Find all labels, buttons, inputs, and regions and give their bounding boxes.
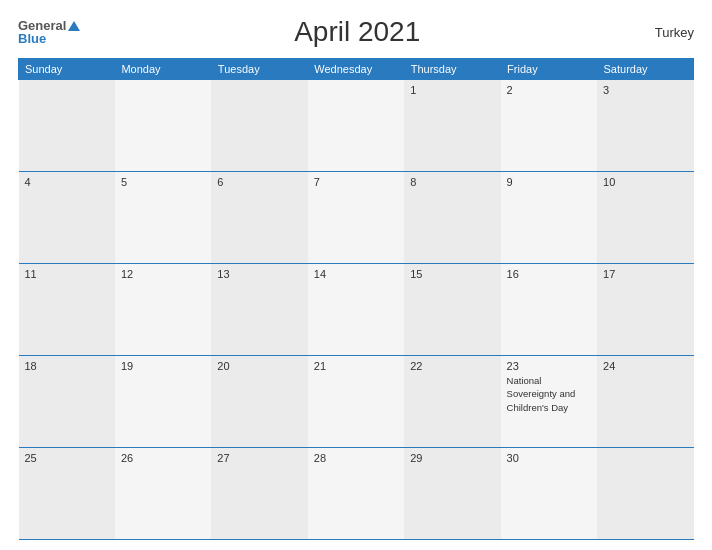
calendar-day-cell: 21 bbox=[308, 356, 404, 448]
day-number: 24 bbox=[603, 360, 687, 372]
weekday-header-cell: Sunday bbox=[19, 59, 115, 80]
day-number: 22 bbox=[410, 360, 494, 372]
calendar-day-cell bbox=[308, 80, 404, 172]
calendar-header: General Blue April 2021 Turkey bbox=[18, 16, 694, 48]
calendar-day-cell: 7 bbox=[308, 172, 404, 264]
calendar-day-cell: 11 bbox=[19, 264, 115, 356]
calendar-day-cell: 8 bbox=[404, 172, 500, 264]
day-number: 23 bbox=[507, 360, 591, 372]
calendar-day-cell bbox=[597, 448, 693, 540]
day-number: 26 bbox=[121, 452, 205, 464]
day-number: 9 bbox=[507, 176, 591, 188]
day-number: 27 bbox=[217, 452, 301, 464]
calendar-day-cell: 13 bbox=[211, 264, 307, 356]
calendar-day-cell: 24 bbox=[597, 356, 693, 448]
calendar-day-cell bbox=[115, 80, 211, 172]
day-number: 21 bbox=[314, 360, 398, 372]
calendar-day-cell: 28 bbox=[308, 448, 404, 540]
calendar-day-cell: 14 bbox=[308, 264, 404, 356]
calendar-day-cell: 30 bbox=[501, 448, 597, 540]
calendar-week-row: 252627282930 bbox=[19, 448, 694, 540]
calendar-day-cell: 23National Sovereignty and Children's Da… bbox=[501, 356, 597, 448]
country-label: Turkey bbox=[634, 25, 694, 40]
calendar-day-cell: 17 bbox=[597, 264, 693, 356]
calendar-day-cell: 16 bbox=[501, 264, 597, 356]
calendar-day-cell: 4 bbox=[19, 172, 115, 264]
day-number: 28 bbox=[314, 452, 398, 464]
calendar-day-cell: 22 bbox=[404, 356, 500, 448]
calendar-day-cell: 27 bbox=[211, 448, 307, 540]
calendar-day-cell: 15 bbox=[404, 264, 500, 356]
day-number: 14 bbox=[314, 268, 398, 280]
day-number: 20 bbox=[217, 360, 301, 372]
weekday-header-row: SundayMondayTuesdayWednesdayThursdayFrid… bbox=[19, 59, 694, 80]
calendar-week-row: 181920212223National Sovereignty and Chi… bbox=[19, 356, 694, 448]
weekday-header-cell: Wednesday bbox=[308, 59, 404, 80]
calendar-day-cell: 20 bbox=[211, 356, 307, 448]
day-number: 29 bbox=[410, 452, 494, 464]
calendar-week-row: 45678910 bbox=[19, 172, 694, 264]
calendar-day-cell: 19 bbox=[115, 356, 211, 448]
calendar-day-cell: 10 bbox=[597, 172, 693, 264]
logo: General Blue bbox=[18, 19, 80, 45]
day-number: 3 bbox=[603, 84, 687, 96]
day-number: 18 bbox=[25, 360, 109, 372]
calendar-day-cell: 26 bbox=[115, 448, 211, 540]
weekday-header-cell: Monday bbox=[115, 59, 211, 80]
calendar-day-cell: 5 bbox=[115, 172, 211, 264]
day-number: 11 bbox=[25, 268, 109, 280]
logo-triangle-icon bbox=[68, 21, 80, 31]
day-number: 13 bbox=[217, 268, 301, 280]
day-number: 7 bbox=[314, 176, 398, 188]
day-number: 19 bbox=[121, 360, 205, 372]
calendar-day-cell: 2 bbox=[501, 80, 597, 172]
calendar-day-cell: 3 bbox=[597, 80, 693, 172]
holiday-label: National Sovereignty and Children's Day bbox=[507, 375, 576, 413]
calendar-day-cell: 9 bbox=[501, 172, 597, 264]
weekday-header-cell: Friday bbox=[501, 59, 597, 80]
day-number: 12 bbox=[121, 268, 205, 280]
calendar-table: SundayMondayTuesdayWednesdayThursdayFrid… bbox=[18, 58, 694, 540]
weekday-header-cell: Thursday bbox=[404, 59, 500, 80]
day-number: 6 bbox=[217, 176, 301, 188]
day-number: 10 bbox=[603, 176, 687, 188]
calendar-title: April 2021 bbox=[80, 16, 634, 48]
day-number: 15 bbox=[410, 268, 494, 280]
calendar-day-cell: 25 bbox=[19, 448, 115, 540]
weekday-header-cell: Tuesday bbox=[211, 59, 307, 80]
calendar-day-cell bbox=[19, 80, 115, 172]
day-number: 8 bbox=[410, 176, 494, 188]
day-number: 25 bbox=[25, 452, 109, 464]
calendar-week-row: 123 bbox=[19, 80, 694, 172]
logo-blue-label: Blue bbox=[18, 32, 80, 45]
calendar-day-cell: 12 bbox=[115, 264, 211, 356]
calendar-day-cell bbox=[211, 80, 307, 172]
day-number: 5 bbox=[121, 176, 205, 188]
day-number: 30 bbox=[507, 452, 591, 464]
calendar-day-cell: 29 bbox=[404, 448, 500, 540]
day-number: 2 bbox=[507, 84, 591, 96]
calendar-week-row: 11121314151617 bbox=[19, 264, 694, 356]
day-number: 17 bbox=[603, 268, 687, 280]
calendar-day-cell: 6 bbox=[211, 172, 307, 264]
day-number: 4 bbox=[25, 176, 109, 188]
calendar-page: General Blue April 2021 Turkey SundayMon… bbox=[0, 0, 712, 550]
weekday-header-cell: Saturday bbox=[597, 59, 693, 80]
day-number: 1 bbox=[410, 84, 494, 96]
calendar-day-cell: 1 bbox=[404, 80, 500, 172]
day-number: 16 bbox=[507, 268, 591, 280]
calendar-day-cell: 18 bbox=[19, 356, 115, 448]
